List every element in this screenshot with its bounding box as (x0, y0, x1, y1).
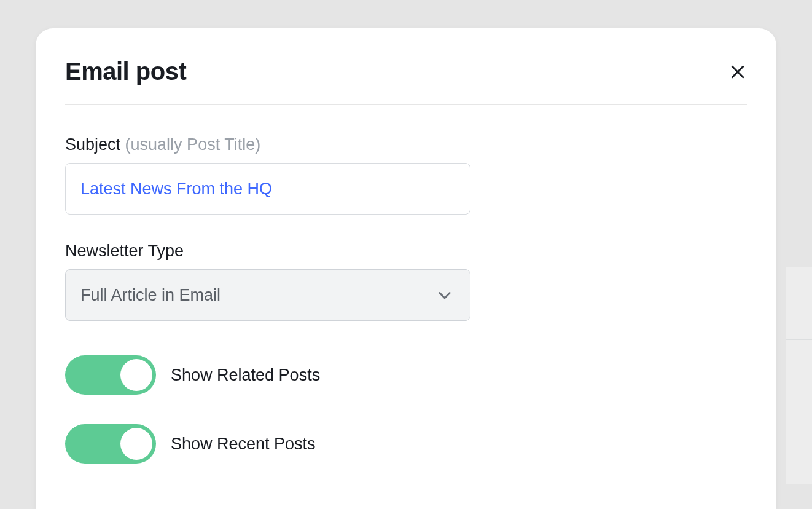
newsletter-type-select-wrap: Full Article in Email (65, 269, 470, 321)
subject-label-text: Subject (65, 135, 120, 154)
subject-label: Subject (usually Post Title) (65, 135, 747, 154)
show-recent-label: Show Recent Posts (171, 435, 316, 454)
subject-input[interactable] (65, 163, 470, 215)
show-related-label: Show Related Posts (171, 366, 320, 385)
background-row (786, 412, 812, 484)
email-post-modal: Email post Subject (usually Post Title) … (36, 28, 776, 509)
toggle-knob (120, 359, 152, 391)
modal-title: Email post (65, 58, 186, 85)
newsletter-type-select[interactable]: Full Article in Email (65, 269, 470, 321)
toggle-knob (120, 428, 152, 460)
show-related-row: Show Related Posts (65, 355, 747, 395)
subject-label-hint: (usually Post Title) (125, 135, 261, 154)
show-related-toggle[interactable] (65, 355, 156, 395)
background-row (786, 339, 812, 412)
background-row (786, 267, 812, 339)
newsletter-type-label: Newsletter Type (65, 242, 747, 261)
background-rows (786, 267, 812, 484)
close-icon[interactable] (728, 63, 747, 81)
show-recent-toggle[interactable] (65, 424, 156, 464)
modal-header: Email post (65, 58, 747, 105)
newsletter-type-field-group: Newsletter Type Full Article in Email (65, 242, 747, 321)
show-recent-row: Show Recent Posts (65, 424, 747, 464)
subject-field-group: Subject (usually Post Title) (65, 135, 747, 215)
toggles-section: Show Related Posts Show Recent Posts (65, 348, 747, 464)
